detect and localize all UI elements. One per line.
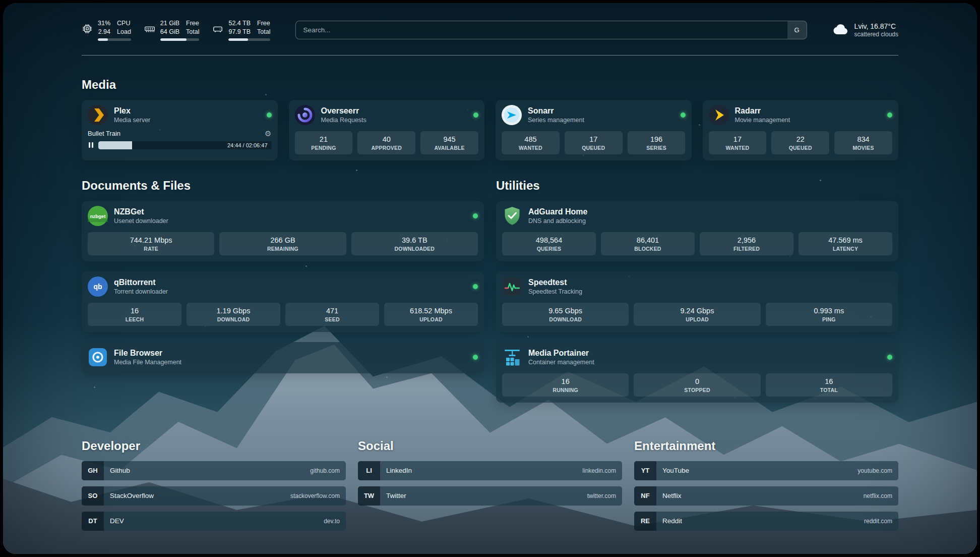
section-title-utilities: Utilities: [496, 179, 898, 193]
memory-icon: [144, 23, 155, 36]
cpu-usage-bar: [98, 38, 131, 41]
search-input[interactable]: [295, 21, 807, 39]
filebrowser-icon: [88, 347, 108, 367]
stat-leech: 16LEECH: [88, 303, 181, 326]
playback-progress-fill: [98, 141, 132, 149]
disk-free-label: Free: [257, 19, 270, 27]
service-subtitle: Series management: [528, 117, 584, 124]
bookmark-abbr: DT: [82, 512, 104, 531]
bookmarks-developer: Developer GH Github github.com SO StackO…: [82, 439, 346, 537]
bookmark-abbr: YT: [634, 461, 656, 480]
now-playing-widget: Bullet Train ⚙ 24:44 / 02:06:47: [88, 130, 272, 149]
status-dot: [887, 355, 892, 360]
bookmark-stackoverflow[interactable]: SO StackOverflow stackoverflow.com: [82, 486, 346, 506]
cpu-percent-label: CPU: [117, 19, 131, 27]
pause-icon[interactable]: [88, 141, 94, 149]
stat-downloaded: 39.6 TBDOWNLOADED: [351, 232, 478, 255]
stat-remaining: 266 GBREMAINING: [219, 232, 346, 255]
service-subtitle: Media File Management: [114, 359, 181, 366]
bookmark-name: Netflix: [656, 492, 682, 499]
playback-progress-bar[interactable]: 24:44 / 02:06:47: [98, 141, 272, 149]
background-snow-particles: [3, 3, 5, 5]
header-divider: [82, 55, 898, 55]
service-name: Radarr: [735, 106, 790, 116]
disk-free: 52.4 TB: [228, 19, 251, 27]
service-subtitle: Container management: [528, 359, 594, 366]
service-card-plex[interactable]: Plex Media server Bullet Train ⚙: [82, 100, 278, 160]
bookmark-domain: netflix.com: [864, 492, 898, 499]
bookmark-dev[interactable]: DT DEV dev.to: [82, 512, 346, 531]
section-title-documents: Documents & Files: [82, 179, 484, 193]
bookmark-github[interactable]: GH Github github.com: [82, 461, 346, 480]
qbittorrent-icon: qb: [88, 276, 108, 297]
service-name: Speedtest: [528, 277, 582, 287]
now-playing-title: Bullet Train: [88, 130, 120, 137]
bookmark-abbr: SO: [82, 486, 104, 506]
stat-approved: 40APPROVED: [357, 131, 415, 154]
status-dot: [681, 113, 686, 118]
service-card-nzbget[interactable]: nzbget NZBGet Usenet downloader 744.21 M…: [82, 201, 484, 261]
service-name: qBittorrent: [114, 277, 168, 287]
cpu-widget: 31% CPU 2.94 Load: [82, 19, 131, 41]
status-dot: [473, 355, 478, 360]
bookmark-domain: twitter.com: [587, 492, 622, 499]
bookmark-name: Github: [104, 467, 130, 474]
bookmark-abbr: TW: [358, 486, 380, 506]
search-bar: G: [295, 21, 807, 39]
disk-total-label: Total: [257, 28, 270, 36]
stat-download: 9.65 GbpsDOWNLOAD: [502, 303, 629, 326]
search-provider-button[interactable]: G: [787, 21, 807, 39]
disk-widget: 52.4 TB Free 97.9 TB Total: [212, 19, 270, 41]
bookmarks-entertainment: Entertainment YT YouTube youtube.com NF …: [634, 439, 898, 537]
stat-available: 945AVAILABLE: [420, 131, 478, 154]
service-card-speedtest[interactable]: Speedtest Speedtest Tracking 9.65 GbpsDO…: [496, 271, 898, 332]
service-name: AdGuard Home: [528, 207, 587, 216]
bookmark-netflix[interactable]: NF Netflix netflix.com: [634, 486, 898, 506]
service-card-overseerr[interactable]: Overseerr Media Requests 21PENDING 40APP…: [289, 100, 485, 160]
memory-widget: 21 GiB Free 64 GiB Total: [144, 19, 200, 41]
playback-time: 24:44 / 02:06:47: [227, 142, 268, 148]
weather-location: Lviv, 16.87°C: [854, 22, 898, 30]
stat-movies: 834MOVIES: [834, 131, 892, 154]
column-documents: Documents & Files nzbget NZBGet Usenet d…: [82, 179, 484, 413]
disk-usage-bar: [228, 38, 270, 41]
bookmark-linkedin[interactable]: LI LinkedIn linkedin.com: [358, 461, 622, 480]
bookmark-name: YouTube: [656, 467, 689, 474]
bookmark-youtube[interactable]: YT YouTube youtube.com: [634, 461, 898, 480]
section-title-media: Media: [82, 78, 898, 92]
bookmark-reddit[interactable]: RE Reddit reddit.com: [634, 512, 898, 531]
bookmark-abbr: RE: [634, 512, 656, 531]
status-dot: [473, 213, 478, 218]
service-card-filebrowser[interactable]: File Browser Media File Management: [82, 342, 484, 373]
bookmark-abbr: NF: [634, 486, 656, 506]
stat-blocked: 86,401BLOCKED: [601, 232, 695, 255]
bookmark-domain: github.com: [310, 467, 346, 474]
status-dot: [887, 113, 892, 118]
bookmark-name: Twitter: [380, 492, 406, 499]
section-title-social: Social: [358, 439, 622, 453]
service-card-adguard[interactable]: AdGuard Home DNS and adblocking 498,564Q…: [496, 201, 898, 261]
bookmark-domain: stackoverflow.com: [290, 492, 346, 499]
service-subtitle: Movie management: [735, 117, 790, 124]
service-subtitle: Torrent downloader: [114, 288, 168, 295]
bookmark-name: LinkedIn: [380, 467, 412, 474]
overseerr-icon: [295, 105, 315, 125]
section-title-developer: Developer: [82, 439, 346, 453]
svg-text:qb: qb: [93, 283, 102, 291]
stat-stopped: 0STOPPED: [634, 373, 760, 397]
settings-gear-icon[interactable]: ⚙: [265, 130, 271, 137]
service-name: File Browser: [114, 348, 181, 358]
bookmark-domain: dev.to: [324, 518, 346, 525]
service-name: NZBGet: [114, 207, 168, 216]
service-subtitle: DNS and adblocking: [528, 217, 587, 225]
service-card-qbittorrent[interactable]: qb qBittorrent Torrent downloader 16LEEC…: [82, 271, 484, 332]
service-card-portainer[interactable]: Media Portainer Container management 16R…: [496, 342, 898, 403]
service-card-sonarr[interactable]: Sonarr Series management 485WANTED 17QUE…: [496, 100, 692, 160]
service-card-radarr[interactable]: Radarr Movie management 17WANTED 22QUEUE…: [703, 100, 899, 160]
weather-condition: scattered clouds: [854, 31, 898, 38]
bookmarks-social: Social LI LinkedIn linkedin.com TW Twitt…: [358, 439, 622, 537]
bookmark-name: StackOverflow: [104, 492, 154, 499]
status-dot: [267, 113, 272, 118]
bookmark-twitter[interactable]: TW Twitter twitter.com: [358, 486, 622, 506]
service-name: Media Portainer: [528, 348, 594, 358]
